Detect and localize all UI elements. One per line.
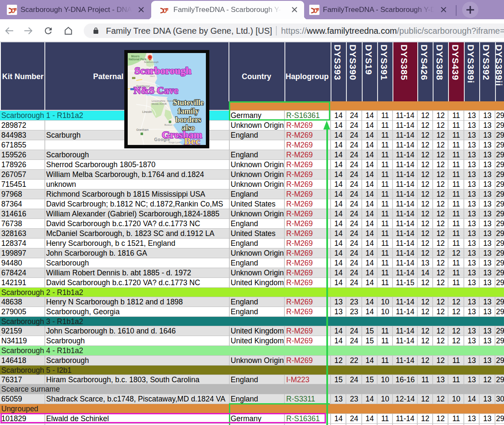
svg-text:Wolds AONB: Wolds AONB xyxy=(152,103,167,105)
svg-text:N&S Cave: N&S Cave xyxy=(134,85,178,96)
svg-text:Grantham: Grantham xyxy=(136,128,149,131)
svg-text:Kings Lynn: Kings Lynn xyxy=(169,141,180,144)
svg-text:borders: borders xyxy=(176,115,201,124)
svg-text:family: family xyxy=(178,107,199,115)
svg-text:Scarborough: Scarborough xyxy=(135,65,191,76)
svg-text:Lincolnshire: Lincolnshire xyxy=(152,100,166,102)
svg-text:Scarborough: Scarborough xyxy=(144,61,158,63)
svg-text:National Park: National Park xyxy=(129,58,147,61)
svg-text:Stuteville: Stuteville xyxy=(173,98,204,107)
svg-text:Bec: Bec xyxy=(184,136,200,145)
svg-text:Lincoln: Lincoln xyxy=(142,110,152,113)
svg-text:Boston: Boston xyxy=(164,124,173,126)
svg-text:Moors: Moors xyxy=(131,55,140,58)
